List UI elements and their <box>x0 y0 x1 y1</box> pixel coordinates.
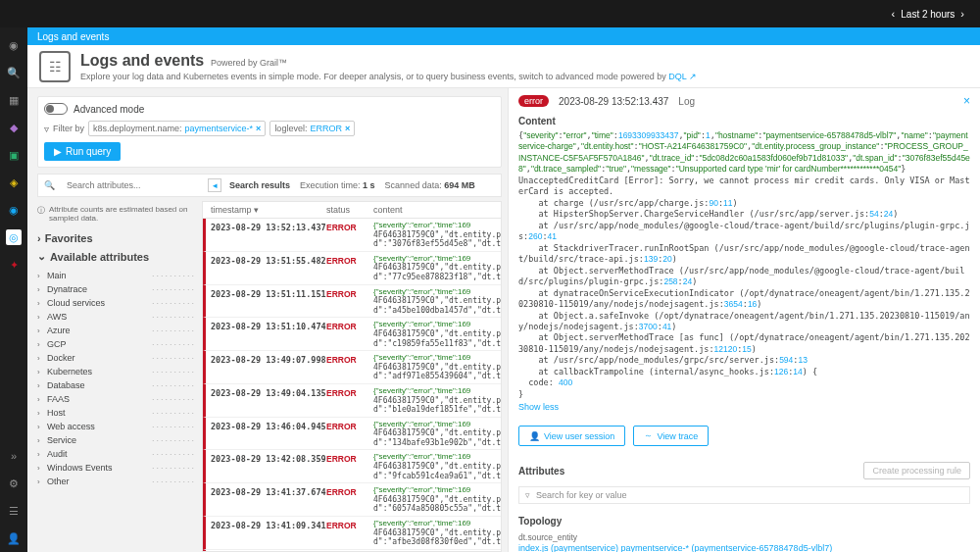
rail-icon-6[interactable]: ◈ <box>6 175 22 190</box>
view-user-session-button[interactable]: 👤View user session <box>518 426 625 446</box>
timeframe-next-icon[interactable]: › <box>960 8 964 20</box>
advanced-mode-label: Advanced mode <box>74 104 144 115</box>
rail-icon-9[interactable]: ✦ <box>6 257 22 273</box>
filter-icon: ▿ <box>44 124 49 134</box>
attr-group-windows-events[interactable]: ›Windows Events·········· <box>37 461 196 475</box>
log-row[interactable]: 2023-08-29 13:41:37.674ERROR{"severity":… <box>203 483 501 517</box>
rail-icon-logs[interactable]: ◎ <box>6 229 22 245</box>
log-row[interactable]: 2023-08-29 13:46:04.945ERROR{"severity":… <box>203 418 501 451</box>
log-row[interactable]: 2023-08-29 13:51:10.474ERROR{"severity":… <box>203 318 501 351</box>
page-title: Logs and events <box>80 52 204 69</box>
attr-group-gcp[interactable]: ›GCP·········· <box>37 337 196 351</box>
log-row[interactable]: 2023-08-29 13:51:11.151ERROR{"severity":… <box>203 285 501 319</box>
attr-group-main[interactable]: ›Main·········· <box>37 269 196 282</box>
attributes-heading: Attributes <box>518 466 564 477</box>
log-row[interactable]: 2023-08-29 13:42:08.359ERROR{"severity":… <box>203 450 501 483</box>
attr-group-azure[interactable]: ›Azure·········· <box>37 324 196 337</box>
attr-group-dynatrace[interactable]: ›Dynatrace·········· <box>37 282 196 296</box>
attr-group-database[interactable]: ›Database·········· <box>37 378 196 392</box>
page-header: ☷ Logs and events Powered by Grail™ Expl… <box>27 45 980 88</box>
attr-group-audit[interactable]: ›Audit·········· <box>37 447 196 461</box>
topo-source-entity-label: dt.source_entity <box>518 532 970 542</box>
attr-group-aws[interactable]: ›AWS·········· <box>37 310 196 324</box>
search-icon: 🔍 <box>44 180 55 190</box>
rail-icon-4[interactable]: ◆ <box>6 120 22 135</box>
rail-icon-settings[interactable]: ⚙ <box>6 476 22 491</box>
dql-link[interactable]: DQL <box>668 72 686 81</box>
chip-remove-icon[interactable]: × <box>345 124 350 133</box>
powered-by: Powered by Grail™ <box>211 58 287 68</box>
log-content-body: {"severity":"error","time":1693309933437… <box>518 130 970 400</box>
rail-icon-user[interactable]: 👤 <box>6 530 22 546</box>
filter-chip-loglevel[interactable]: loglevel:ERROR × <box>270 121 355 136</box>
log-row[interactable]: 2023-08-29 13:49:07.998ERROR{"severity":… <box>203 351 501 384</box>
topo-source-entity-link[interactable]: index.js (paymentservice) paymentservice… <box>518 543 970 552</box>
results-table: timestamp ▾ status content 2023-08-29 13… <box>202 201 502 552</box>
advanced-mode-toggle[interactable] <box>44 103 68 115</box>
col-content[interactable]: content <box>373 205 501 215</box>
attr-group-cloud-services[interactable]: ›Cloud services·········· <box>37 296 196 310</box>
rail-icon-7[interactable]: ◉ <box>6 202 22 218</box>
timeframe-label[interactable]: Last 2 hours <box>901 9 955 20</box>
breadcrumb-text: Logs and events <box>37 31 109 42</box>
show-less-link[interactable]: Show less <box>518 402 559 412</box>
attr-group-other[interactable]: ›Other·········· <box>37 475 196 488</box>
detail-timestamp: 2023-08-29 13:52:13.437 <box>559 96 668 107</box>
play-icon: ▶ <box>54 146 62 157</box>
top-bar: ‹ Last 2 hours › <box>0 0 980 27</box>
attribute-key-search[interactable]: ▿ Search for key or value <box>518 486 970 504</box>
attributes-sidebar: ⓘAttribute counts are estimated based on… <box>37 201 202 552</box>
search-meta-row: 🔍 ◂ Search results Execution time: 1 s S… <box>37 174 502 197</box>
close-detail-icon[interactable]: × <box>963 94 970 108</box>
favorites-heading[interactable]: ›Favorites <box>37 232 196 244</box>
log-row[interactable]: 2023-08-29 13:51:55.482ERROR{"severity":… <box>203 252 501 285</box>
run-query-button[interactable]: ▶ Run query <box>44 142 121 161</box>
info-icon: ⓘ <box>37 205 45 223</box>
rail-icon-apps[interactable]: ▦ <box>6 92 22 108</box>
attr-group-kubernetes[interactable]: ›Kubernetes·········· <box>37 365 196 378</box>
attr-group-host[interactable]: ›Host·········· <box>37 406 196 420</box>
log-row[interactable]: 2023-08-29 13:49:04.135ERROR{"severity":… <box>203 384 501 418</box>
filter-chip-deployment[interactable]: k8s.deployment.name:paymentservice-* × <box>88 121 266 136</box>
log-row[interactable]: 2023-08-29 13:52:13.437ERROR{"severity":… <box>203 219 501 252</box>
col-timestamp[interactable]: timestamp ▾ <box>203 205 326 215</box>
log-row[interactable]: 2023-08-29 13:41:09.341ERROR{"severity":… <box>203 517 501 550</box>
attr-group-faas[interactable]: ›FAAS·········· <box>37 392 196 406</box>
severity-badge: error <box>518 95 549 107</box>
page-description: Explore your log data and Kubernetes eve… <box>80 72 697 81</box>
filter-by-label: Filter by <box>53 124 84 133</box>
rail-icon-1[interactable]: ◉ <box>6 37 22 53</box>
attr-group-service[interactable]: ›Service·········· <box>37 433 196 447</box>
content-heading: Content <box>518 116 970 126</box>
query-panel: Advanced mode ▿ Filter by k8s.deployment… <box>37 96 502 168</box>
detail-panel: error 2023-08-29 13:52:13.437 Log × Cont… <box>508 88 980 552</box>
logs-icon: ☷ <box>39 51 71 82</box>
topology-heading: Topology <box>518 516 970 527</box>
filter-icon: ▿ <box>525 490 530 500</box>
col-status[interactable]: status <box>326 205 373 215</box>
attr-group-web-access[interactable]: ›Web access·········· <box>37 420 196 433</box>
rail-icon-5[interactable]: ▣ <box>6 147 22 163</box>
view-trace-button[interactable]: ～View trace <box>633 426 709 446</box>
rail-icon-search[interactable]: 🔍 <box>6 65 22 80</box>
rail-icon-expand[interactable]: » <box>6 448 22 464</box>
user-icon: 👤 <box>529 431 540 441</box>
chip-remove-icon[interactable]: × <box>256 124 261 133</box>
collapse-attrs-button[interactable]: ◂ <box>208 178 221 192</box>
timeframe-prev-icon[interactable]: ‹ <box>892 8 896 20</box>
available-heading[interactable]: ⌄Available attributes <box>37 250 196 263</box>
create-processing-rule-button[interactable]: Create processing rule <box>863 462 970 479</box>
attr-group-docker[interactable]: ›Docker·········· <box>37 351 196 365</box>
trace-icon: ～ <box>644 429 653 442</box>
breadcrumb: Logs and events <box>27 27 980 45</box>
side-rail: ◉ 🔍 ▦ ◆ ▣ ◈ ◉ ◎ ✦ » ⚙ ☰ 👤 <box>0 27 27 552</box>
attr-info-text: Attribute counts are estimated based on … <box>49 205 196 223</box>
attribute-search-input[interactable] <box>63 178 200 192</box>
rail-icon-help[interactable]: ☰ <box>6 503 22 519</box>
detail-type: Log <box>678 96 695 107</box>
